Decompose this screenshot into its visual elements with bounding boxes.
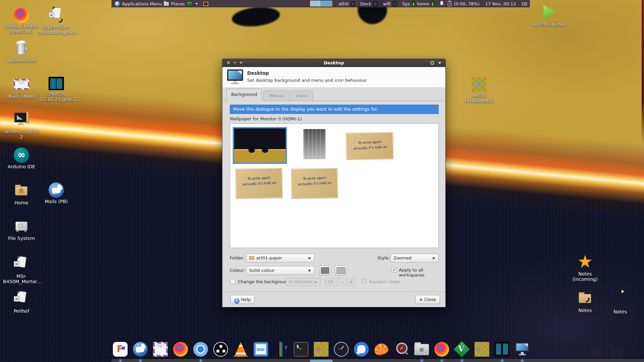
dock-icon-shotcut[interactable]: [495, 342, 509, 357]
desktop-icon-pelihof[interactable]: Pelihof: [3, 291, 40, 314]
folder-icon: [249, 256, 254, 260]
desktop-icon-shotcut[interactable]: Shotcut (22.10.25.glibc2.…: [38, 75, 75, 102]
desktop-icon-label: Notes (incoming): [567, 271, 603, 282]
wallpaper-thumb-note[interactable]: To write again annually it's hide on: [291, 168, 338, 199]
close-x-icon: ×: [419, 297, 423, 302]
monitor-ruler-icon: [13, 111, 30, 128]
document-x-icon: [13, 291, 30, 307]
apply-all-label: Apply to all workspaces: [399, 267, 445, 278]
random-order-checkbox[interactable]: [362, 279, 367, 284]
folder-dropdown[interactable]: art01-paper: [246, 254, 314, 262]
dock-icon-file-manager[interactable]: [414, 344, 429, 355]
dock-icon-mail[interactable]: [153, 342, 168, 357]
wallpaper-thumb-grayscale[interactable]: [303, 129, 326, 159]
apply-all-checkbox[interactable]: [392, 267, 397, 272]
tab-menus[interactable]: Menus: [263, 90, 289, 101]
desktop-icon-wastebasket[interactable]: Wastebasket: [3, 40, 40, 63]
bottom-pager[interactable]: [310, 360, 333, 362]
window-gear-icon[interactable]: [430, 61, 434, 65]
keyboard-layout[interactable]: DE: [522, 1, 528, 6]
firefox-icon: [14, 7, 29, 23]
dock-icon-firefox[interactable]: [173, 342, 188, 357]
wallpaper-thumb-note[interactable]: To write again annually it's hide on: [346, 132, 394, 160]
dock-icon-chromium[interactable]: [193, 342, 208, 357]
desktop-icon-arkthis-kimai[interactable]: ArkThis Kimai: [531, 4, 568, 27]
dock-icon-unknown-app[interactable]: [279, 342, 283, 357]
applications-menu[interactable]: Applications Menu: [122, 1, 162, 6]
handwriting-text: To write again annually it's hide on: [234, 167, 284, 200]
window-title: Desktop: [222, 60, 445, 65]
wallpaper-thumb-note[interactable]: To write again annually it's hide on: [235, 168, 283, 199]
dock-icon-terminal[interactable]: [294, 342, 308, 357]
running-indicator: [140, 360, 141, 361]
desktop-icon-supermicro[interactable]: supermicro- mainboard_x9d…: [38, 7, 75, 35]
dock-icon-firefox-2[interactable]: [434, 342, 449, 357]
thunderbird-icon: [49, 182, 64, 198]
dock-icon-signal[interactable]: [354, 342, 369, 357]
places-menu[interactable]: Places: [171, 1, 185, 6]
help-button[interactable]: ?Help: [230, 295, 255, 304]
desktop-icon-mails-pb[interactable]: Mails (PB): [38, 182, 75, 204]
wallpaper-thumb-selected[interactable]: [233, 127, 287, 164]
sys-meter: [412, 1, 415, 6]
spin-plus-button[interactable]: +: [347, 278, 355, 286]
desktop-icon-notes-folder[interactable]: Notes: [567, 290, 603, 313]
interval-dropdown[interactable]: in minutes:: [286, 278, 320, 286]
desktop-icon-msi[interactable]: MSI- B450M_Mortar…: [3, 256, 40, 284]
interval-spinbox[interactable]: 10 − +: [325, 278, 356, 286]
chevron-down-icon[interactable]: [195, 3, 198, 5]
desktop-icon-screens-office[interactable]: Screens: Office 2: [3, 111, 40, 139]
places-folder-icon[interactable]: [164, 2, 169, 6]
dock-icon-vim[interactable]: [454, 342, 469, 357]
style-dropdown[interactable]: Zoomed: [390, 254, 439, 262]
colour-swatch-1[interactable]: [319, 265, 331, 276]
desktop-clock: 00:12: [590, 347, 624, 359]
tab-icons[interactable]: Icons: [291, 90, 313, 101]
dock-icon-recoll-checkers[interactable]: [314, 342, 329, 357]
bottom-panel-bar[interactable]: [112, 359, 644, 362]
panel-clock[interactable]: 17 Nov, 00:12: [485, 1, 516, 6]
dock-icon-system-monitor[interactable]: [254, 342, 268, 357]
desktop-icon-mails-imap[interactable]: Mails (IMAP): [3, 76, 40, 99]
colour-swatch-2[interactable]: [335, 265, 347, 276]
dock-icon-obs[interactable]: [213, 342, 228, 357]
desktop-icon-label: Firefox (Profile Selection): [3, 24, 40, 35]
notification-bell-icon[interactable]: [439, 1, 444, 7]
tab-background[interactable]: Background: [226, 88, 262, 101]
dialog-subtitle: Set desktop background and menu and icon…: [247, 78, 367, 83]
activity-monitor-icon[interactable]: [187, 2, 192, 6]
dock-icon-recoll-checkers-2[interactable]: [475, 342, 489, 357]
net-label: eth0: [339, 1, 349, 6]
spin-minus-button[interactable]: −: [338, 278, 346, 286]
colour-label: Colour:: [230, 268, 245, 273]
desktop-icon-recoll[interactable]: Recoll (AHAlodeck): [461, 76, 498, 104]
handwriting-text: To write again annually it's hide on: [345, 131, 395, 161]
desktop-icon-notes-incoming[interactable]: Notes (incoming): [567, 253, 603, 282]
desktop-icon-label: Recoll (AHAlodeck): [461, 93, 498, 104]
workspace-pager[interactable]: [310, 1, 332, 6]
dock-icon-recoll-search[interactable]: [394, 342, 409, 357]
screen-tool-icon[interactable]: [203, 2, 208, 6]
desktop-icon-notes-pencil[interactable]: Notes: [602, 291, 639, 314]
close-button[interactable]: ×Close: [415, 295, 440, 304]
dock-icon-thunderbird[interactable]: [133, 342, 148, 357]
home-label: home: [417, 1, 429, 6]
colour-dropdown[interactable]: Solid colour: [246, 266, 314, 275]
change-background-checkbox[interactable]: [230, 279, 235, 284]
document-x-icon: [13, 256, 30, 273]
applications-menu-icon[interactable]: [115, 1, 120, 6]
dock-icon-desktop-settings[interactable]: [515, 342, 529, 357]
desktop-icon-home[interactable]: Home: [3, 182, 40, 205]
dock-label: Dock: [360, 1, 371, 6]
dock-icon-kimai[interactable]: [113, 342, 128, 357]
desktop-icon-label: MSI- B450M_Mortar…: [3, 274, 40, 284]
desktop-icon-firefox[interactable]: Firefox (Profile Selection): [3, 7, 40, 35]
battery-icon[interactable]: [448, 1, 451, 6]
desktop-icon-label: Notes: [567, 308, 603, 313]
dialog-titlebar[interactable]: × − + Desktop: [222, 59, 445, 67]
style-label: Style:: [377, 255, 390, 260]
desktop-icon-file-system[interactable]: File System: [3, 218, 40, 241]
dock-icon-clock[interactable]: [334, 342, 349, 357]
desktop-icon-arduino[interactable]: Arduino IDE: [3, 147, 40, 169]
window-menu-chevron-icon[interactable]: [438, 62, 441, 64]
